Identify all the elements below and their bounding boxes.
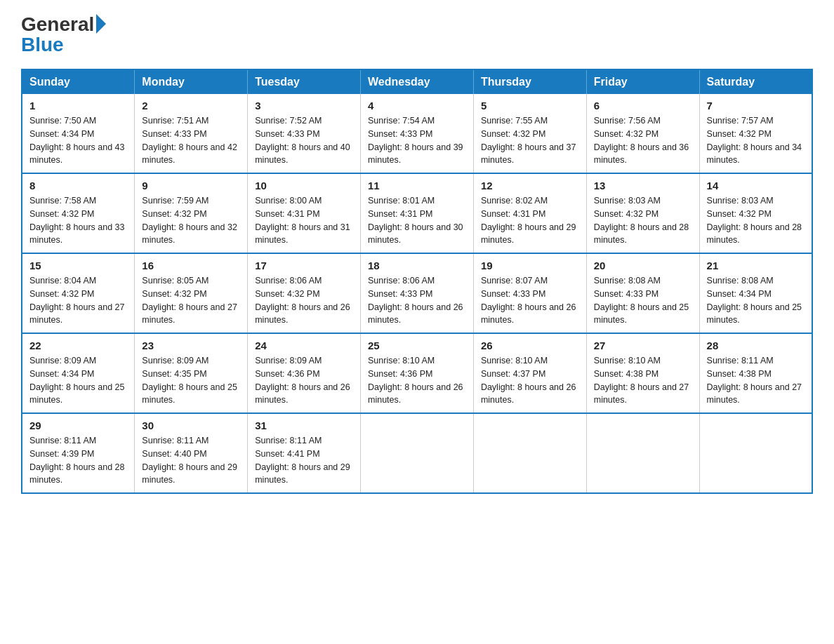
calendar-cell: 29 Sunrise: 8:11 AMSunset: 4:39 PMDaylig… [22, 413, 135, 493]
day-info: Sunrise: 7:59 AMSunset: 4:32 PMDaylight:… [142, 194, 240, 247]
calendar-cell: 11 Sunrise: 8:01 AMSunset: 4:31 PMDaylig… [361, 173, 474, 253]
calendar-week-row: 22 Sunrise: 8:09 AMSunset: 4:34 PMDaylig… [22, 333, 812, 413]
day-number: 26 [481, 340, 579, 351]
calendar-cell: 22 Sunrise: 8:09 AMSunset: 4:34 PMDaylig… [22, 333, 135, 413]
day-info: Sunrise: 8:11 AMSunset: 4:41 PMDaylight:… [255, 434, 353, 487]
day-number: 27 [594, 340, 692, 351]
day-info: Sunrise: 8:07 AMSunset: 4:33 PMDaylight:… [481, 274, 579, 327]
header-thursday: Thursday [473, 69, 586, 94]
day-info: Sunrise: 8:10 AMSunset: 4:38 PMDaylight:… [594, 354, 692, 407]
day-number: 10 [255, 180, 353, 192]
calendar-week-row: 1 Sunrise: 7:50 AMSunset: 4:34 PMDayligh… [22, 94, 812, 173]
calendar-cell: 23 Sunrise: 8:09 AMSunset: 4:35 PMDaylig… [135, 333, 248, 413]
day-number: 16 [142, 260, 240, 271]
day-info: Sunrise: 7:54 AMSunset: 4:33 PMDaylight:… [368, 114, 466, 167]
calendar-cell: 12 Sunrise: 8:02 AMSunset: 4:31 PMDaylig… [473, 173, 586, 253]
day-number: 1 [29, 100, 127, 112]
calendar-cell: 31 Sunrise: 8:11 AMSunset: 4:41 PMDaylig… [248, 413, 361, 493]
day-info: Sunrise: 8:09 AMSunset: 4:36 PMDaylight:… [255, 354, 353, 407]
calendar-cell: 14 Sunrise: 8:03 AMSunset: 4:32 PMDaylig… [699, 173, 812, 253]
calendar-week-row: 8 Sunrise: 7:58 AMSunset: 4:32 PMDayligh… [22, 173, 812, 253]
calendar-cell: 7 Sunrise: 7:57 AMSunset: 4:32 PMDayligh… [699, 94, 812, 173]
day-info: Sunrise: 8:00 AMSunset: 4:31 PMDaylight:… [255, 194, 353, 247]
calendar-week-row: 15 Sunrise: 8:04 AMSunset: 4:32 PMDaylig… [22, 253, 812, 333]
day-number: 19 [481, 260, 579, 271]
day-info: Sunrise: 7:56 AMSunset: 4:32 PMDaylight:… [594, 114, 692, 167]
day-number: 13 [594, 180, 692, 192]
calendar-cell: 24 Sunrise: 8:09 AMSunset: 4:36 PMDaylig… [248, 333, 361, 413]
header-monday: Monday [135, 69, 248, 94]
calendar-header-row: SundayMondayTuesdayWednesdayThursdayFrid… [22, 69, 812, 94]
calendar-table: SundayMondayTuesdayWednesdayThursdayFrid… [21, 69, 813, 494]
day-number: 25 [368, 340, 466, 351]
day-number: 15 [29, 260, 127, 271]
calendar-cell: 21 Sunrise: 8:08 AMSunset: 4:34 PMDaylig… [699, 253, 812, 333]
calendar-week-row: 29 Sunrise: 8:11 AMSunset: 4:39 PMDaylig… [22, 413, 812, 493]
day-info: Sunrise: 8:01 AMSunset: 4:31 PMDaylight:… [368, 194, 466, 247]
calendar-cell: 16 Sunrise: 8:05 AMSunset: 4:32 PMDaylig… [135, 253, 248, 333]
calendar-cell: 18 Sunrise: 8:06 AMSunset: 4:33 PMDaylig… [361, 253, 474, 333]
day-info: Sunrise: 8:10 AMSunset: 4:36 PMDaylight:… [368, 354, 466, 407]
logo-blue-text: Blue [21, 35, 64, 55]
calendar-cell: 4 Sunrise: 7:54 AMSunset: 4:33 PMDayligh… [361, 94, 474, 173]
header-saturday: Saturday [699, 69, 812, 94]
day-number: 29 [29, 420, 127, 431]
day-number: 17 [255, 260, 353, 271]
day-number: 11 [368, 180, 466, 192]
calendar-cell: 1 Sunrise: 7:50 AMSunset: 4:34 PMDayligh… [22, 94, 135, 173]
calendar-cell: 30 Sunrise: 8:11 AMSunset: 4:40 PMDaylig… [135, 413, 248, 493]
day-number: 9 [142, 180, 240, 192]
calendar-cell: 19 Sunrise: 8:07 AMSunset: 4:33 PMDaylig… [473, 253, 586, 333]
logo-triangle-icon [96, 14, 106, 34]
header-friday: Friday [586, 69, 699, 94]
day-number: 20 [594, 260, 692, 271]
calendar-cell: 26 Sunrise: 8:10 AMSunset: 4:37 PMDaylig… [473, 333, 586, 413]
page-header: General Blue [21, 14, 813, 55]
day-info: Sunrise: 7:52 AMSunset: 4:33 PMDaylight:… [255, 114, 353, 167]
day-info: Sunrise: 8:08 AMSunset: 4:33 PMDaylight:… [594, 274, 692, 327]
calendar-cell: 9 Sunrise: 7:59 AMSunset: 4:32 PMDayligh… [135, 173, 248, 253]
header-wednesday: Wednesday [361, 69, 474, 94]
logo-general-text: General [21, 15, 94, 34]
day-number: 2 [142, 100, 240, 112]
day-info: Sunrise: 8:11 AMSunset: 4:38 PMDaylight:… [707, 354, 805, 407]
calendar-cell [699, 413, 812, 493]
day-number: 31 [255, 420, 353, 431]
day-info: Sunrise: 8:03 AMSunset: 4:32 PMDaylight:… [594, 194, 692, 247]
day-info: Sunrise: 7:55 AMSunset: 4:32 PMDaylight:… [481, 114, 579, 167]
calendar-cell: 15 Sunrise: 8:04 AMSunset: 4:32 PMDaylig… [22, 253, 135, 333]
day-info: Sunrise: 8:08 AMSunset: 4:34 PMDaylight:… [707, 274, 805, 327]
calendar-cell: 2 Sunrise: 7:51 AMSunset: 4:33 PMDayligh… [135, 94, 248, 173]
calendar-cell: 27 Sunrise: 8:10 AMSunset: 4:38 PMDaylig… [586, 333, 699, 413]
day-info: Sunrise: 7:50 AMSunset: 4:34 PMDaylight:… [29, 114, 127, 167]
day-number: 18 [368, 260, 466, 271]
calendar-cell: 25 Sunrise: 8:10 AMSunset: 4:36 PMDaylig… [361, 333, 474, 413]
day-info: Sunrise: 8:02 AMSunset: 4:31 PMDaylight:… [481, 194, 579, 247]
day-info: Sunrise: 8:06 AMSunset: 4:33 PMDaylight:… [368, 274, 466, 327]
day-info: Sunrise: 8:11 AMSunset: 4:40 PMDaylight:… [142, 434, 240, 487]
day-info: Sunrise: 7:58 AMSunset: 4:32 PMDaylight:… [29, 194, 127, 247]
day-info: Sunrise: 8:09 AMSunset: 4:35 PMDaylight:… [142, 354, 240, 407]
day-number: 6 [594, 100, 692, 112]
day-number: 22 [29, 340, 127, 351]
calendar-cell: 17 Sunrise: 8:06 AMSunset: 4:32 PMDaylig… [248, 253, 361, 333]
day-number: 21 [707, 260, 805, 271]
day-number: 8 [29, 180, 127, 192]
calendar-cell: 13 Sunrise: 8:03 AMSunset: 4:32 PMDaylig… [586, 173, 699, 253]
calendar-cell: 10 Sunrise: 8:00 AMSunset: 4:31 PMDaylig… [248, 173, 361, 253]
day-number: 4 [368, 100, 466, 112]
day-number: 3 [255, 100, 353, 112]
day-info: Sunrise: 8:10 AMSunset: 4:37 PMDaylight:… [481, 354, 579, 407]
calendar-cell: 3 Sunrise: 7:52 AMSunset: 4:33 PMDayligh… [248, 94, 361, 173]
day-number: 24 [255, 340, 353, 351]
day-number: 23 [142, 340, 240, 351]
logo: General Blue [21, 14, 106, 55]
day-info: Sunrise: 7:57 AMSunset: 4:32 PMDaylight:… [707, 114, 805, 167]
day-number: 14 [707, 180, 805, 192]
day-info: Sunrise: 8:04 AMSunset: 4:32 PMDaylight:… [29, 274, 127, 327]
day-info: Sunrise: 8:06 AMSunset: 4:32 PMDaylight:… [255, 274, 353, 327]
calendar-cell [586, 413, 699, 493]
day-info: Sunrise: 7:51 AMSunset: 4:33 PMDaylight:… [142, 114, 240, 167]
day-number: 28 [707, 340, 805, 351]
day-info: Sunrise: 8:03 AMSunset: 4:32 PMDaylight:… [707, 194, 805, 247]
